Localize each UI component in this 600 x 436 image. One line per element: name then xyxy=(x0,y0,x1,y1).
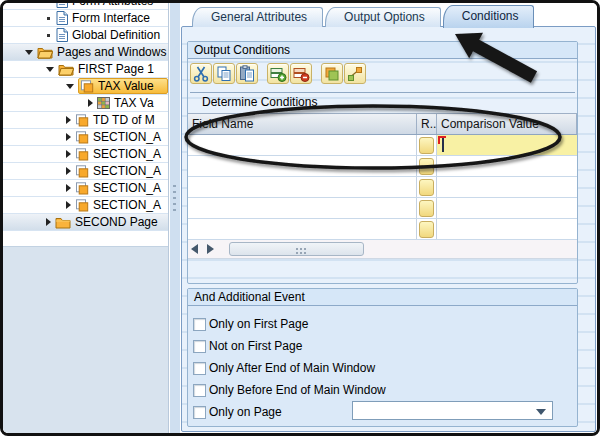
select-all-button[interactable] xyxy=(321,63,343,84)
tree-item-form-interface[interactable]: Form Interface xyxy=(3,10,168,27)
tree-empty-area xyxy=(3,246,168,433)
page-select-dropdown[interactable] xyxy=(352,401,553,420)
field-name-cell[interactable] xyxy=(188,135,417,155)
tree-item-second-page[interactable]: SECOND Page xyxy=(3,214,168,231)
scrollbar-thumb[interactable] xyxy=(229,242,364,256)
tree-item-section-5[interactable]: SECTION_A xyxy=(3,197,168,214)
column-header-field-name[interactable]: Field Name xyxy=(188,114,417,134)
tree-item-section-4[interactable]: SECTION_A xyxy=(3,180,168,197)
tree-item-first-page[interactable]: FIRST Page 1 xyxy=(3,61,168,78)
collapse-arrow-icon[interactable] xyxy=(66,84,74,89)
r-cell xyxy=(417,219,437,239)
expand-arrow-icon[interactable] xyxy=(66,133,71,141)
tree-item-label: SECOND Page xyxy=(75,215,158,229)
tree-item-label: Form Interface xyxy=(72,11,150,25)
main-panel: General Attributes Output Options Condit… xyxy=(180,3,597,433)
column-header-r[interactable]: R.. xyxy=(417,114,437,134)
deselect-all-button[interactable] xyxy=(344,63,366,84)
range-button[interactable] xyxy=(419,158,434,175)
range-button[interactable] xyxy=(419,179,434,196)
expand-arrow-icon[interactable] xyxy=(66,150,71,158)
range-button[interactable] xyxy=(419,137,434,154)
insert-row-icon xyxy=(269,65,287,83)
tree-item-pages-and-windows[interactable]: Pages and Windows xyxy=(3,44,168,61)
range-button[interactable] xyxy=(419,221,434,238)
comparison-value-cell[interactable] xyxy=(437,198,577,218)
paste-button[interactable] xyxy=(236,63,258,84)
delete-row-button[interactable] xyxy=(290,63,312,84)
checkbox-row-before-end: Only Before End of Main Window xyxy=(193,381,386,399)
determine-conditions-table: Field Name R.. Comparison Value xyxy=(188,113,577,240)
expand-arrow-icon[interactable] xyxy=(66,167,71,175)
checkbox-label: Only Before End of Main Window xyxy=(209,383,386,397)
field-name-cell[interactable] xyxy=(188,198,417,218)
output-conditions-group: Output Conditions xyxy=(187,41,578,284)
collapse-arrow-icon[interactable] xyxy=(25,50,33,55)
horizontal-scrollbar[interactable] xyxy=(188,240,577,259)
tab-strip: General Attributes Output Options Condit… xyxy=(192,3,536,27)
expand-arrow-icon[interactable] xyxy=(46,218,51,226)
tree-item-label: SECTION_A xyxy=(93,130,161,144)
tree-item-label: FIRST Page 1 xyxy=(78,62,154,76)
window-icon xyxy=(75,165,89,178)
additional-event-group: And Additional Event Only on First Page … xyxy=(187,288,578,427)
comparison-value-cell[interactable] xyxy=(437,219,577,239)
checkbox-label: Only on First Page xyxy=(209,317,308,331)
insert-row-button[interactable] xyxy=(267,63,289,84)
tree-item-global-definition[interactable]: Global Definition xyxy=(3,27,168,44)
r-cell xyxy=(417,177,437,197)
r-cell xyxy=(417,198,437,218)
only-before-end-checkbox[interactable] xyxy=(193,384,206,397)
additional-event-title: And Additional Event xyxy=(188,289,577,306)
expand-arrow-icon[interactable] xyxy=(88,99,93,107)
paste-icon xyxy=(238,65,256,83)
only-on-page-checkbox[interactable] xyxy=(193,406,206,419)
tree-item-section-2[interactable]: SECTION_A xyxy=(3,146,168,163)
tree-item-section-3[interactable]: SECTION_A xyxy=(3,163,168,180)
scroll-left-button[interactable] xyxy=(188,241,204,258)
tab-output-options[interactable]: Output Options xyxy=(325,7,441,27)
comparison-value-cell[interactable] xyxy=(437,156,577,176)
checkbox-row-after-end: Only After End of Main Window xyxy=(193,359,375,377)
table-row xyxy=(188,198,577,219)
table-icon xyxy=(97,97,110,109)
only-on-first-page-checkbox[interactable] xyxy=(193,318,206,331)
range-button[interactable] xyxy=(419,200,434,217)
field-name-cell[interactable] xyxy=(188,219,417,239)
tree-item-label: Form Attributes xyxy=(72,3,153,8)
scroll-right-button[interactable] xyxy=(204,241,220,258)
tree-item-label: SECTION_A xyxy=(93,147,161,161)
tree-item-label: SECTION_A xyxy=(93,164,161,178)
not-on-first-page-checkbox[interactable] xyxy=(193,340,206,353)
table-row xyxy=(188,156,577,177)
tree-item-tax-value-table[interactable]: TAX Va xyxy=(3,95,168,112)
field-name-cell[interactable] xyxy=(188,156,417,176)
scroll-left-icon xyxy=(191,244,198,254)
tree-item-tax-value[interactable]: TAX Value xyxy=(3,78,168,95)
tree-item-section-1[interactable]: SECTION_A xyxy=(3,129,168,146)
panel-splitter[interactable] xyxy=(170,3,180,433)
tab-general-attributes[interactable]: General Attributes xyxy=(192,7,323,27)
tree-item-label: TAX Va xyxy=(114,96,154,110)
copy-button[interactable] xyxy=(213,63,235,84)
determine-conditions-title: Determine Conditions xyxy=(190,92,575,111)
tree-item-label: Global Definition xyxy=(72,28,160,42)
comparison-value-cell-focused[interactable] xyxy=(437,135,577,155)
expand-arrow-icon[interactable] xyxy=(66,201,71,209)
chevron-down-icon xyxy=(536,409,546,420)
tab-conditions[interactable]: Conditions xyxy=(443,5,535,28)
collapse-arrow-icon[interactable] xyxy=(46,67,54,72)
selected-highlight: TAX Value xyxy=(78,78,168,94)
tree-item-form-attributes[interactable]: Form Attributes xyxy=(3,3,168,10)
window-icon xyxy=(75,182,89,195)
expand-arrow-icon[interactable] xyxy=(66,116,71,124)
tree-item-label: SECTION_A xyxy=(93,181,161,195)
column-header-comparison-value[interactable]: Comparison Value xyxy=(437,114,577,134)
cut-button[interactable] xyxy=(190,63,212,84)
tree-item-label: TD TD of M xyxy=(93,113,155,127)
comparison-value-cell[interactable] xyxy=(437,177,577,197)
tree-item-td[interactable]: TD TD of M xyxy=(3,112,168,129)
only-after-end-checkbox[interactable] xyxy=(193,362,206,375)
field-name-cell[interactable] xyxy=(188,177,417,197)
expand-arrow-icon[interactable] xyxy=(66,184,71,192)
